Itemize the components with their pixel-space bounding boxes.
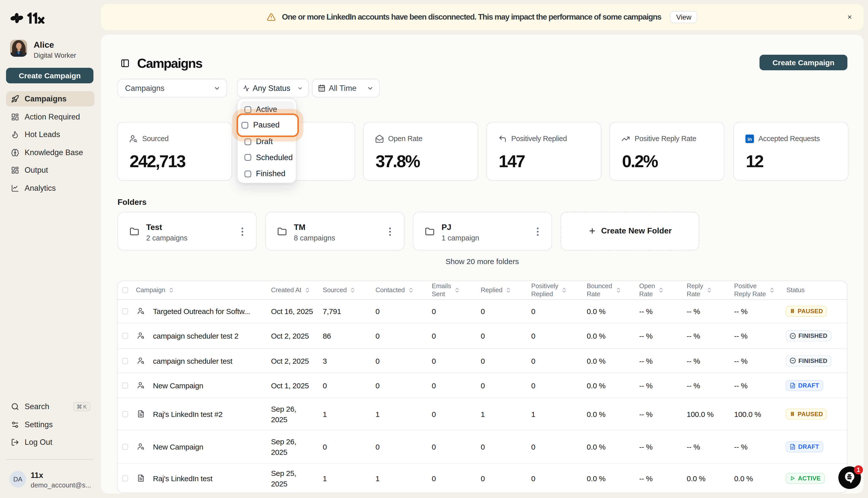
svg-text:in: in [748, 136, 752, 142]
